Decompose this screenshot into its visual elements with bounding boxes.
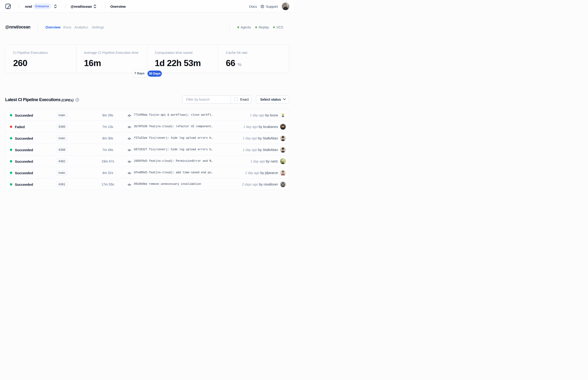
svg-text:?: ?: [77, 98, 78, 101]
